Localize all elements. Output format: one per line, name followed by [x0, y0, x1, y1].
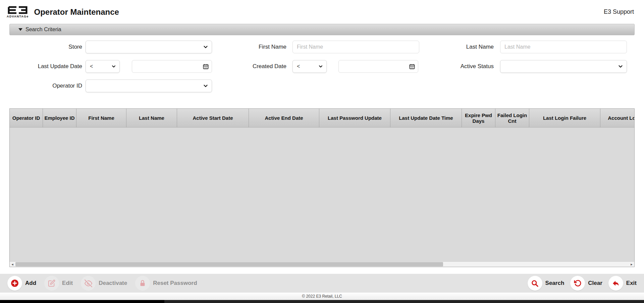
col-expire-pwd-days[interactable]: Expire Pwd Days — [462, 109, 495, 127]
copyright-text: © 2022 E3 Retail, LLC — [302, 294, 342, 299]
page-title: Operator Maintenance — [34, 7, 119, 17]
search-criteria-title: Search Criteria — [25, 27, 61, 33]
eye-off-icon — [81, 276, 96, 291]
active-status-select[interactable] — [500, 60, 627, 73]
col-last-password-update[interactable]: Last Password Update — [319, 109, 390, 127]
last-update-date-label: Last Update Date — [9, 63, 82, 70]
created-date-operator-value: < — [297, 63, 300, 69]
col-first-name[interactable]: First Name — [76, 109, 126, 127]
add-button[interactable]: Add — [7, 276, 36, 291]
col-last-update-date-time[interactable]: Last Update Date Time — [390, 109, 462, 127]
reset-password-button[interactable]: Reset Password — [135, 276, 197, 291]
exit-button-label: Exit — [626, 280, 637, 287]
horizontal-scrollbar[interactable]: ◄ ► — [10, 261, 634, 267]
exit-arrow-icon — [608, 276, 623, 291]
chevron-down-icon — [203, 83, 209, 89]
clear-button-label: Clear — [588, 280, 602, 287]
deactivate-button[interactable]: Deactivate — [81, 276, 127, 291]
edit-button-label: Edit — [62, 280, 73, 287]
col-employee-id[interactable]: Employee ID — [43, 109, 76, 127]
toolbar-right-group: Search Clear — [528, 276, 637, 291]
collapse-triangle-icon — [18, 28, 22, 31]
lock-icon — [135, 276, 150, 291]
operator-id-select[interactable] — [86, 80, 212, 92]
operator-id-label: Operator ID — [9, 83, 82, 89]
last-update-date-operator-value: < — [90, 63, 93, 69]
col-last-login-failure[interactable]: Last Login Failure — [529, 109, 600, 127]
col-account-locked-time[interactable]: Account Locked Time — [600, 109, 635, 127]
chevron-down-icon — [203, 44, 209, 50]
chevron-down-icon — [111, 64, 116, 69]
scrollbar-thumb[interactable] — [15, 262, 443, 266]
search-button[interactable]: Search — [528, 276, 565, 291]
action-toolbar: Add Edit Deactivate — [0, 274, 644, 293]
first-name-input[interactable] — [292, 41, 419, 53]
support-link[interactable]: E3 Support — [604, 8, 634, 15]
search-form: Store First Name Last Name Last Update D… — [9, 41, 644, 92]
col-active-start-date[interactable]: Active Start Date — [177, 109, 249, 127]
first-name-label: First Name — [212, 44, 286, 50]
search-icon — [528, 276, 542, 291]
last-name-label: Last Name — [419, 44, 494, 50]
add-button-label: Add — [25, 280, 36, 287]
store-select[interactable] — [86, 41, 212, 53]
scroll-right-arrow-icon[interactable]: ► — [629, 262, 634, 267]
col-failed-login-cnt[interactable]: Failed Login Cnt — [495, 109, 529, 127]
search-button-label: Search — [545, 280, 565, 287]
last-name-input[interactable] — [500, 41, 627, 53]
store-label: Store — [9, 44, 82, 50]
form-row-2: Last Update Date < — [9, 60, 644, 73]
last-update-date-operator-select[interactable]: < — [86, 60, 120, 73]
bottom-bar-left-segment — [0, 300, 164, 303]
col-last-name[interactable]: Last Name — [126, 109, 177, 127]
e3-advantage-logo: ADVANTAGe — [7, 6, 29, 18]
reset-password-button-label: Reset Password — [153, 280, 197, 287]
results-table-body — [10, 127, 634, 261]
deactivate-button-label: Deactivate — [99, 280, 127, 287]
col-active-end-date[interactable]: Active End Date — [249, 109, 319, 127]
rotate-ccw-icon — [570, 276, 585, 291]
edit-icon — [44, 276, 59, 291]
form-row-1: Store First Name Last Name — [9, 41, 644, 53]
search-criteria-header[interactable]: Search Criteria — [9, 24, 635, 35]
scroll-left-arrow-icon[interactable]: ◄ — [10, 262, 15, 267]
created-date-operator-select[interactable]: < — [292, 60, 327, 73]
e3-logo-icon — [7, 6, 28, 14]
app-header: ADVANTAGe Operator Maintenance E3 Suppor… — [0, 0, 644, 24]
operator-maintenance-page: ADVANTAGe Operator Maintenance E3 Suppor… — [0, 0, 644, 303]
clear-button[interactable]: Clear — [570, 276, 602, 291]
created-date-label: Created Date — [212, 63, 286, 70]
logo-subtext: ADVANTAGe — [7, 15, 29, 18]
results-table-header: Operator ID Employee ID First Name Last … — [10, 109, 635, 127]
bottom-block: Add Edit Deactivate — [0, 274, 644, 303]
results-table: Operator ID Employee ID First Name Last … — [9, 108, 635, 267]
last-update-date-input[interactable] — [132, 60, 212, 73]
bottom-bar — [0, 300, 644, 303]
bottom-bar-right-segment — [164, 300, 644, 303]
active-status-label: Active Status — [419, 63, 494, 70]
plus-icon — [7, 276, 22, 291]
created-date-input[interactable] — [338, 60, 418, 73]
footer: © 2022 E3 Retail, LLC — [0, 293, 644, 300]
form-row-3: Operator ID — [9, 80, 644, 92]
edit-button[interactable]: Edit — [44, 276, 73, 291]
chevron-down-icon — [318, 64, 323, 69]
col-operator-id[interactable]: Operator ID — [10, 109, 43, 127]
exit-button[interactable]: Exit — [608, 276, 637, 291]
chevron-down-icon — [618, 63, 624, 69]
